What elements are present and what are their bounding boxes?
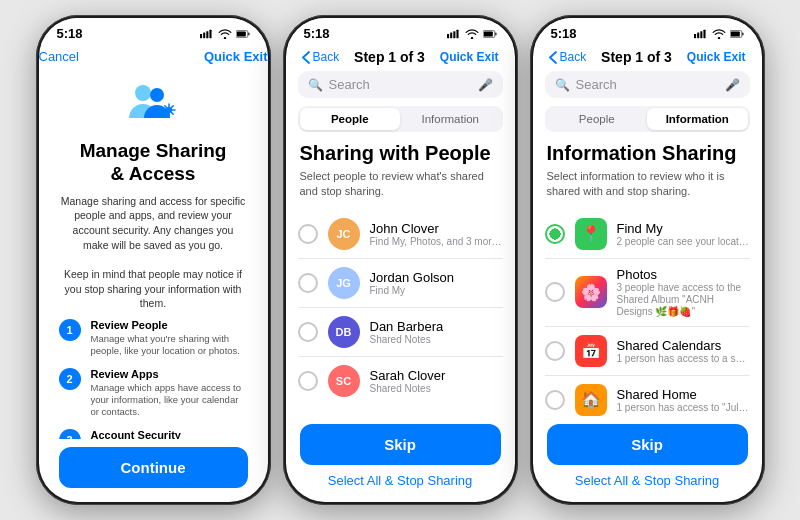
info-item-2: 📅 Shared Calendars 1 person has access t… [545,327,750,376]
mic-icon-3: 🎤 [725,78,740,92]
svg-rect-12 [453,31,455,38]
status-icons-2 [447,29,497,39]
search-input-2[interactable]: Search [329,77,472,92]
quick-exit-button-3[interactable]: Quick Exit [687,50,746,64]
person-item-1: JG Jordan Golson Find My [298,259,503,308]
step-item-3: 3 Account Security Review your account s… [59,429,248,439]
time-2: 5:18 [304,26,330,41]
info-sharing-title: Information Sharing [533,142,762,169]
status-icons-3 [694,29,744,39]
cancel-button[interactable]: Cancel [39,49,79,64]
step-text-1: Review People Manage what you're sharing… [91,319,248,358]
radio-info-3[interactable] [545,390,565,410]
svg-rect-22 [742,32,743,35]
svg-rect-11 [450,32,452,38]
battery-icon-2 [483,29,497,39]
phone2-nav: Back Step 1 of 3 Quick Exit [286,45,515,71]
step-item-2: 2 Review Apps Manage which apps have acc… [59,368,248,419]
wifi-icon [218,29,232,39]
step-text-2: Review Apps Manage which apps have acces… [91,368,248,419]
time-1: 5:18 [57,26,83,41]
skip-button-2[interactable]: Skip [300,424,501,465]
battery-icon [236,29,250,39]
phone3-nav: Back Step 1 of 3 Quick Exit [533,45,762,71]
phone-3: 5:18 Back Step 1 of 3 Quick Exit 🔍 [530,15,765,505]
info-item-3: 🏠 Shared Home 1 person has access to "Ju… [545,376,750,416]
svg-rect-10 [447,34,449,38]
tab-information-3[interactable]: Information [647,108,748,130]
chevron-left-icon-3 [549,51,557,64]
radio-info-0[interactable] [545,224,565,244]
quick-exit-button-2[interactable]: Quick Exit [440,50,499,64]
tab-people-2[interactable]: People [300,108,401,130]
radio-1[interactable] [298,273,318,293]
search-bar-3[interactable]: 🔍 Search 🎤 [545,71,750,98]
step-title-3: Account Security [91,429,248,439]
svg-rect-15 [495,32,496,35]
step-label-3: Step 1 of 3 [601,49,672,65]
radio-info-1[interactable] [545,282,565,302]
person-text-2: Dan Barbera Shared Notes [370,319,503,345]
manage-sharing-title: Manage Sharing& Access [59,140,248,186]
battery-icon-3 [730,29,744,39]
photos-icon: 🌸 [575,276,607,308]
info-text-2: Shared Calendars 1 person has access to … [617,338,750,364]
svg-rect-0 [200,34,202,38]
home-icon: 🏠 [575,384,607,416]
continue-button[interactable]: Continue [59,447,248,488]
segment-control-3: People Information [545,106,750,132]
skip-button-3[interactable]: Skip [547,424,748,465]
step-text-3: Account Security Review your account sec… [91,429,248,439]
back-button-3[interactable]: Back [549,50,587,64]
tab-information-2[interactable]: Information [400,108,501,130]
manage-sharing-icon [59,80,248,130]
phone-3-screen: 5:18 Back Step 1 of 3 Quick Exit 🔍 [533,18,762,502]
chevron-left-icon-2 [302,51,310,64]
person-text-1: Jordan Golson Find My [370,270,503,296]
status-icons-1 [200,29,250,39]
step-item-1: 1 Review People Manage what you're shari… [59,319,248,358]
avatar-3: SC [328,365,360,397]
info-text-3: Shared Home 1 person has access to "Juli… [617,387,750,413]
back-button-2[interactable]: Back [302,50,340,64]
search-bar-2[interactable]: 🔍 Search 🎤 [298,71,503,98]
person-sub-1: Find My [370,285,503,296]
step-desc-1: Manage what you're sharing with people, … [91,333,248,358]
person-sub-3: Shared Notes [370,383,503,394]
bottom-actions-3: Skip Select All & Stop Sharing [533,416,762,502]
info-name-3: Shared Home [617,387,750,402]
step-title-1: Review People [91,319,248,331]
radio-0[interactable] [298,224,318,244]
radio-2[interactable] [298,322,318,342]
calendar-icon: 📅 [575,335,607,367]
select-all-button-2[interactable]: Select All & Stop Sharing [300,473,501,488]
status-bar-1: 5:18 [39,18,268,45]
person-item-3: SC Sarah Clover Shared Notes [298,357,503,405]
info-sharing-desc: Select information to review who it is s… [533,169,762,210]
manage-sharing-desc: Manage sharing and access for specific p… [59,194,248,312]
step-number-2: 2 [59,368,81,390]
search-icon-2: 🔍 [308,78,323,92]
info-name-0: Find My [617,221,750,236]
sharing-people-desc: Select people to review what's shared an… [286,169,515,210]
select-all-button-3[interactable]: Select All & Stop Sharing [547,473,748,488]
phone-1: 5:18 Cancel Quick Exit [36,15,271,505]
info-sub-2: 1 person has access to a shared calendar… [617,353,750,364]
info-name-1: Photos [617,267,750,282]
radio-info-2[interactable] [545,341,565,361]
phone-2: 5:18 Back Step 1 of 3 Quick Exit 🔍 [283,15,518,505]
tab-people-3[interactable]: People [547,108,648,130]
info-list: 📍 Find My 2 people can see your location… [533,210,762,416]
info-sub-1: 3 people have access to the Shared Album… [617,282,750,318]
svg-rect-18 [697,32,699,38]
signal-icon-2 [447,29,461,39]
svg-rect-20 [703,29,705,37]
avatar-2: DB [328,316,360,348]
radio-3[interactable] [298,371,318,391]
quick-exit-button-1[interactable]: Quick Exit [204,49,268,64]
search-input-3[interactable]: Search [576,77,719,92]
person-item-0: JC John Clover Find My, Photos, and 3 mo… [298,210,503,259]
wifi-icon-3 [712,29,726,39]
svg-rect-3 [209,29,211,37]
info-item-1: 🌸 Photos 3 people have access to the Sha… [545,259,750,327]
